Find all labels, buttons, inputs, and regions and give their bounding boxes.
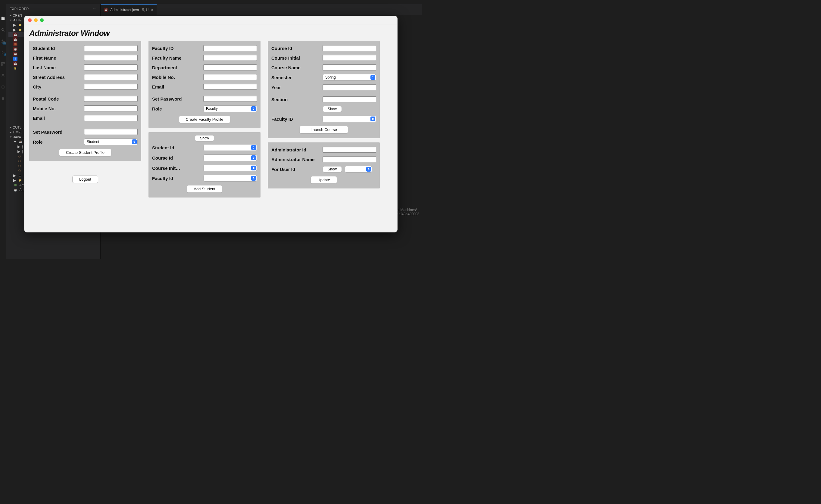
explorer-more-icon[interactable]: ⋯ [93, 7, 97, 11]
window-maximize-icon[interactable] [40, 18, 44, 22]
enroll-course-init-label: Course Init… [152, 166, 203, 171]
activity-bar: K+ 1 [0, 4, 6, 259]
testing-icon[interactable] [1, 73, 5, 78]
svg-point-8 [2, 86, 5, 89]
enroll-student-id-select[interactable] [203, 144, 257, 151]
enroll-show-button[interactable]: Show [195, 135, 214, 141]
enroll-course-id-label: Course Id [152, 155, 203, 160]
extensions-icon[interactable] [1, 62, 5, 66]
accounts-icon[interactable] [1, 96, 5, 101]
svg-point-2 [2, 40, 3, 41]
faculty-name-label: Faculty Name [152, 55, 203, 61]
semester-label: Semester [271, 75, 323, 80]
svg-point-9 [2, 97, 4, 99]
add-student-button[interactable]: Add Student [187, 185, 222, 193]
admin-show-button[interactable]: Show [323, 166, 342, 172]
chevron-updown-icon [132, 139, 137, 144]
faculty-role-label: Role [152, 106, 203, 111]
faculty-id-input[interactable] [203, 45, 257, 51]
faculty-mobile-label: Mobile No. [152, 75, 203, 80]
enroll-faculty-id-select[interactable] [203, 175, 257, 182]
faculty-panel: Faculty ID Faculty Name Department Mobil… [148, 41, 261, 128]
course-id-input[interactable] [323, 45, 376, 51]
for-user-id-label: For User Id [271, 167, 323, 172]
student-panel: Student Id First Name Last Name Street A… [29, 41, 141, 161]
course-show-button[interactable]: Show [323, 106, 342, 112]
section-input[interactable] [323, 96, 376, 102]
student-id-input[interactable] [84, 45, 138, 51]
window-titlebar[interactable] [24, 16, 397, 24]
window-close-icon[interactable] [28, 18, 32, 22]
tab-administrator-java[interactable]: ☕ Administrator.java 5, U × [101, 4, 157, 15]
student-role-select[interactable]: Student [84, 138, 138, 145]
email-label: Email [33, 116, 84, 121]
page-title: Administrator Window [29, 29, 392, 38]
tab-label: Administrator.java [110, 8, 139, 12]
admin-name-input[interactable] [323, 156, 376, 162]
update-button[interactable]: Update [311, 176, 337, 184]
faculty-password-label: Set Password [152, 96, 203, 101]
create-faculty-button[interactable]: Create Faculty Profile [179, 116, 230, 123]
chevron-updown-icon [366, 167, 371, 172]
chevron-updown-icon [251, 106, 256, 111]
run-debug-icon[interactable]: 1 [1, 51, 5, 55]
first-name-input[interactable] [84, 55, 138, 61]
student-mobile-input[interactable] [84, 105, 138, 111]
department-label: Department [152, 65, 203, 70]
postal-input[interactable] [84, 96, 138, 102]
faculty-role-select[interactable]: Faculty [203, 105, 257, 112]
chevron-updown-icon [370, 117, 375, 121]
department-input[interactable] [203, 64, 257, 70]
explorer-icon[interactable] [1, 16, 5, 20]
logout-button[interactable]: Logout [72, 176, 98, 183]
faculty-mobile-input[interactable] [203, 74, 257, 80]
course-name-input[interactable] [323, 64, 376, 70]
chevron-updown-icon [370, 75, 375, 80]
student-id-label: Student Id [33, 46, 84, 51]
last-name-input[interactable] [84, 64, 138, 70]
admin-panel: Administrator Id Administrator Name For … [268, 142, 380, 188]
street-input[interactable] [84, 74, 138, 80]
year-input[interactable] [323, 84, 376, 90]
chevron-updown-icon [251, 176, 256, 181]
faculty-email-input[interactable] [203, 84, 257, 90]
faculty-password-input[interactable] [203, 96, 257, 102]
enroll-course-id-select[interactable] [203, 154, 257, 161]
search-icon[interactable] [1, 28, 5, 32]
for-user-id-select[interactable] [345, 166, 372, 173]
chevron-updown-icon [251, 166, 256, 170]
enroll-faculty-id-label: Faculty Id [152, 176, 203, 181]
course-id-label: Course Id [271, 46, 323, 51]
svg-rect-6 [3, 63, 5, 64]
course-initial-input[interactable] [323, 55, 376, 61]
admin-name-label: Administrator Name [271, 157, 323, 162]
close-icon[interactable]: × [151, 8, 153, 12]
explorer-title: EXPLORER [10, 7, 29, 11]
city-input[interactable] [84, 84, 138, 90]
enroll-panel: Show Student Id Course Id Course Init… F… [148, 132, 261, 198]
student-password-input[interactable] [84, 129, 138, 135]
street-label: Street Address [33, 75, 84, 80]
svg-line-1 [4, 30, 5, 32]
course-faculty-id-select[interactable] [323, 116, 376, 122]
mobile-label: Mobile No. [33, 106, 84, 111]
enroll-course-init-select[interactable] [203, 165, 257, 171]
launch-course-button[interactable]: Launch Course [299, 126, 348, 133]
semester-select[interactable]: Spring [323, 74, 376, 81]
source-control-icon[interactable]: K+ [1, 39, 5, 43]
admin-id-input[interactable] [323, 147, 376, 153]
year-label: Year [271, 85, 323, 90]
faculty-name-input[interactable] [203, 55, 257, 61]
course-faculty-id-label: Faculty ID [271, 117, 323, 122]
chevron-updown-icon [251, 145, 256, 150]
svg-rect-7 [2, 64, 3, 66]
remote-icon[interactable] [1, 85, 5, 89]
create-student-button[interactable]: Create Student Profile [59, 149, 111, 156]
student-email-input[interactable] [84, 115, 138, 121]
first-name-label: First Name [33, 55, 84, 61]
window-minimize-icon[interactable] [34, 18, 38, 22]
java-file-icon: ☕ [104, 8, 108, 12]
svg-point-0 [2, 29, 4, 31]
role-label: Role [33, 139, 84, 145]
last-name-label: Last Name [33, 65, 84, 70]
